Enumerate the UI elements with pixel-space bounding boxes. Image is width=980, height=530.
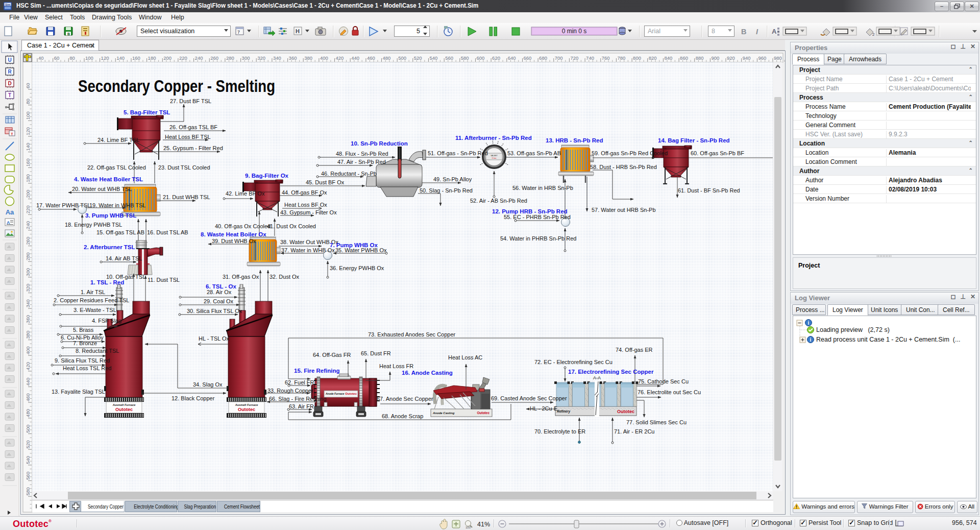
svg-text:11. Afterburner - Sn-Pb Red: 11. Afterburner - Sn-Pb Red <box>455 135 532 141</box>
svg-text:71. Air - ER 2Cu: 71. Air - ER 2Cu <box>614 428 654 435</box>
svg-text:540: 540 <box>25 456 31 464</box>
svg-text:3. E-Waste - TSL: 3. E-Waste - TSL <box>74 307 116 313</box>
svg-text:Outotec: Outotec <box>617 409 634 414</box>
svg-text:400: 400 <box>320 55 328 61</box>
svg-text:180: 180 <box>25 174 31 182</box>
svg-text:440: 440 <box>25 378 31 386</box>
svg-text:17. Water PWHB TSL: 17. Water PWHB TSL <box>36 202 90 208</box>
svg-text:i: i <box>808 320 810 326</box>
svg-text:Outotec: Outotec <box>345 392 357 395</box>
svg-text:660: 660 <box>524 55 532 61</box>
svg-text:1. TSL - Red: 1. TSL - Red <box>90 279 124 285</box>
svg-text:100: 100 <box>25 111 31 119</box>
svg-text:68. Anode Scrap: 68. Anode Scrap <box>382 413 423 419</box>
svg-text:T: T <box>11 132 13 136</box>
svg-text:1. Air TSL: 1. Air TSL <box>81 289 105 295</box>
svg-text:23. Dust TSL Cooled: 23. Dust TSL Cooled <box>158 164 210 171</box>
svg-text:360: 360 <box>289 55 297 61</box>
svg-text:140: 140 <box>25 143 31 151</box>
svg-text:Ausmelt Furnace: Ausmelt Furnace <box>235 403 258 406</box>
svg-text:B: B <box>741 28 746 36</box>
svg-text:HL - TSL Ox: HL - TSL Ox <box>199 335 230 342</box>
svg-text:140: 140 <box>116 55 125 61</box>
svg-text:820: 820 <box>649 55 657 61</box>
svg-text:200: 200 <box>163 55 172 61</box>
svg-text:63. Air FR: 63. Air FR <box>289 403 314 409</box>
svg-text:3. Pump WHB TSL: 3. Pump WHB TSL <box>85 212 136 219</box>
svg-text:27. Dust BF TSL: 27. Dust BF TSL <box>170 98 211 104</box>
svg-text:920: 920 <box>727 55 735 61</box>
svg-text:29. Coal Ox: 29. Coal Ox <box>204 298 234 304</box>
svg-text:66. Slag - Fire Refining: 66. Slag - Fire Refining <box>269 396 327 402</box>
svg-text:180: 180 <box>148 55 156 61</box>
svg-text:620: 620 <box>492 55 500 61</box>
svg-text:2. Copper Residues Feed TSL: 2. Copper Residues Feed TSL <box>54 297 129 303</box>
svg-text:580: 580 <box>25 487 31 495</box>
svg-text:HL - 2Cu E: HL - 2Cu E <box>530 405 557 412</box>
svg-text:49. Sn-Pb Alloy: 49. Sn-Pb Alloy <box>433 176 472 182</box>
svg-text:100: 100 <box>465 526 471 529</box>
svg-text:Heat Loss TSL Red: Heat Loss TSL Red <box>63 365 111 371</box>
svg-text:Refinery: Refinery <box>557 409 570 414</box>
svg-text:77. Solid Slimes Sec Cu: 77. Solid Slimes Sec Cu <box>626 419 687 425</box>
svg-text:39. Dust WHB Ox: 39. Dust WHB Ox <box>212 238 256 244</box>
svg-text:59. Off-gas Sn-Pb Red Cooled: 59. Off-gas Sn-Pb Red Cooled <box>592 150 668 156</box>
svg-text:260: 260 <box>25 237 31 245</box>
svg-text:10. Sn-Pb Reduction: 10. Sn-Pb Reduction <box>351 140 408 147</box>
svg-text:Outotec: Outotec <box>115 407 133 412</box>
svg-text:64. Off-Gas FR: 64. Off-Gas FR <box>313 352 351 358</box>
svg-text:720: 720 <box>570 55 578 61</box>
svg-text:42. Lime BF Ox: 42. Lime BF Ox <box>226 190 265 197</box>
svg-text:14. Air AB TSL: 14. Air AB TSL <box>106 255 142 261</box>
svg-text:420: 420 <box>336 55 344 61</box>
svg-text:48. Flux - Sn-Pb Red: 48. Flux - Sn-Pb Red <box>336 151 388 157</box>
svg-text:43. Gypsum - Filter Ox: 43. Gypsum - Filter Ox <box>280 209 337 215</box>
svg-text:28. Air Ox: 28. Air Ox <box>207 289 232 295</box>
svg-text:22. Off-gas TSL Cooled: 22. Off-gas TSL Cooled <box>87 164 146 171</box>
svg-text:24. Lime BF TSL: 24. Lime BF TSL <box>97 137 139 143</box>
svg-text:36. Energy PWHB Ox: 36. Energy PWHB Ox <box>330 265 384 271</box>
svg-text:46. Reductant - Sn-Pb: 46. Reductant - Sn-Pb <box>321 171 377 177</box>
svg-text:26. Off-gas TSL BF: 26. Off-gas TSL BF <box>169 124 217 130</box>
svg-text:540: 540 <box>430 55 438 61</box>
svg-text:440: 440 <box>351 55 359 61</box>
svg-text:Outotec: Outotec <box>238 407 255 412</box>
svg-text:Outotec: Outotec <box>477 411 489 415</box>
svg-text:21. Dust WHB TSL: 21. Dust WHB TSL <box>163 194 210 200</box>
svg-text:Sim: Sim <box>5 3 10 6</box>
svg-text:11. Dust TSL: 11. Dust TSL <box>148 277 180 283</box>
svg-text:A-A: A-A <box>593 375 601 380</box>
svg-text:U: U <box>8 57 11 63</box>
svg-text:700: 700 <box>555 55 563 61</box>
svg-text:240: 240 <box>25 221 31 229</box>
svg-text:41%: 41% <box>477 521 490 528</box>
svg-text:320: 320 <box>25 284 31 292</box>
svg-text:19. Water in WHB TSL: 19. Water in WHB TSL <box>89 202 146 208</box>
svg-text:880: 880 <box>696 55 704 61</box>
svg-text:13. Fayalite Slag TSL: 13. Fayalite Slag TSL <box>52 389 105 395</box>
svg-text:500: 500 <box>25 425 31 433</box>
svg-text:980: 980 <box>774 55 782 61</box>
svg-text:780: 780 <box>617 55 625 61</box>
svg-text:Ausmelt Furnace: Ausmelt Furnace <box>112 403 136 406</box>
svg-text:Anode Furnace: Anode Furnace <box>325 392 345 395</box>
svg-text:67. Anode Sec Copper: 67. Anode Sec Copper <box>377 396 433 402</box>
svg-text:17. Electrorefining Sec Copper: 17. Electrorefining Sec Copper <box>568 369 654 375</box>
svg-text:I: I <box>756 28 758 36</box>
svg-text:Heat Loss BF Ox: Heat Loss BF Ox <box>284 202 327 208</box>
svg-text:60: 60 <box>25 83 31 88</box>
svg-text:65. Dust FR: 65. Dust FR <box>361 350 391 356</box>
svg-text:16. Anode Casting: 16. Anode Casting <box>402 370 453 376</box>
svg-text:80: 80 <box>69 55 75 61</box>
svg-text:37. Water in WHB Ox: 37. Water in WHB Ox <box>281 247 335 253</box>
svg-text:120: 120 <box>101 55 109 61</box>
svg-text:5. Brass: 5. Brass <box>73 327 94 333</box>
svg-text:40: 40 <box>38 55 44 61</box>
svg-text:260: 260 <box>210 55 218 61</box>
svg-text:2. Afterburner TSL: 2. Afterburner TSL <box>84 244 135 250</box>
svg-text:800: 800 <box>633 55 641 61</box>
svg-text:R: R <box>8 69 12 75</box>
svg-text:Aa: Aa <box>6 208 14 216</box>
svg-text:840: 840 <box>664 55 672 61</box>
svg-text:50. Slag - Sn-Pb Red: 50. Slag - Sn-Pb Red <box>420 187 473 194</box>
